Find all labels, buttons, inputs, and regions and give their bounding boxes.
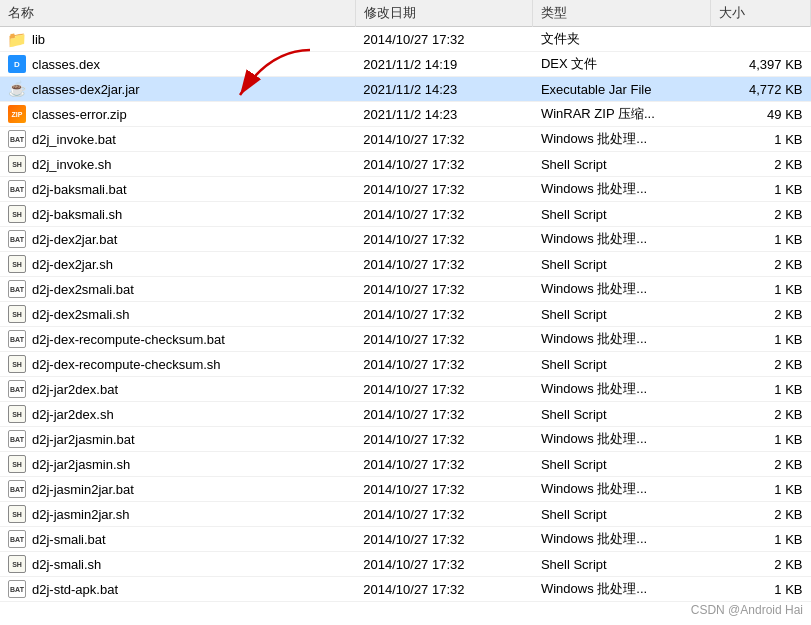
file-name: d2j-smali.bat xyxy=(32,532,106,547)
file-name: d2j-dex2smali.bat xyxy=(32,282,134,297)
file-type: Windows 批处理... xyxy=(533,327,711,352)
table-row[interactable]: 📁 lib 2014/10/27 17:32 文件夹 xyxy=(0,27,811,52)
file-name-cell[interactable]: D classes.dex xyxy=(0,52,355,77)
bat-icon: BAT xyxy=(8,330,26,348)
file-size: 2 KB xyxy=(711,452,811,477)
file-name: d2j-dex2smali.sh xyxy=(32,307,130,322)
file-size: 1 KB xyxy=(711,377,811,402)
file-name-cell[interactable]: BAT d2j-dex-recompute-checksum.bat xyxy=(0,327,355,352)
table-row[interactable]: BAT d2j_invoke.bat 2014/10/27 17:32 Wind… xyxy=(0,127,811,152)
file-name-cell[interactable]: SH d2j_invoke.sh xyxy=(0,152,355,177)
file-name: d2j-dex-recompute-checksum.sh xyxy=(32,357,221,372)
file-name-cell[interactable]: SH d2j-dex-recompute-checksum.sh xyxy=(0,352,355,377)
file-name-cell[interactable]: SH d2j-smali.sh xyxy=(0,552,355,577)
file-size: 1 KB xyxy=(711,127,811,152)
file-name-cell[interactable]: 📁 lib xyxy=(0,27,355,52)
file-name-cell[interactable]: SH d2j-baksmali.sh xyxy=(0,202,355,227)
file-type: Shell Script xyxy=(533,202,711,227)
file-size: 2 KB xyxy=(711,552,811,577)
bat-icon: BAT xyxy=(8,430,26,448)
file-size: 1 KB xyxy=(711,577,811,602)
file-name-cell[interactable]: BAT d2j-dex2jar.bat xyxy=(0,227,355,252)
file-name: d2j-jar2dex.bat xyxy=(32,382,118,397)
file-size: 2 KB xyxy=(711,152,811,177)
file-name-cell[interactable]: BAT d2j-dex2smali.bat xyxy=(0,277,355,302)
file-date: 2014/10/27 17:32 xyxy=(355,277,533,302)
file-date: 2014/10/27 17:32 xyxy=(355,327,533,352)
file-name-cell[interactable]: BAT d2j-jar2jasmin.bat xyxy=(0,427,355,452)
file-name-cell[interactable]: BAT d2j_invoke.bat xyxy=(0,127,355,152)
table-row[interactable]: SH d2j-dex-recompute-checksum.sh 2014/10… xyxy=(0,352,811,377)
file-name-cell[interactable]: SH d2j-dex2jar.sh xyxy=(0,252,355,277)
bat-icon: BAT xyxy=(8,380,26,398)
table-row[interactable]: BAT d2j-smali.bat 2014/10/27 17:32 Windo… xyxy=(0,527,811,552)
file-name: d2j-jasmin2jar.sh xyxy=(32,507,130,522)
file-date: 2014/10/27 17:32 xyxy=(355,27,533,52)
file-name-cell[interactable]: BAT d2j-std-apk.bat xyxy=(0,577,355,602)
file-type: Shell Script xyxy=(533,452,711,477)
file-type: Shell Script xyxy=(533,302,711,327)
table-row[interactable]: SH d2j-jar2jasmin.sh 2014/10/27 17:32 Sh… xyxy=(0,452,811,477)
table-row[interactable]: ZIP classes-error.zip 2021/11/2 14:23 Wi… xyxy=(0,102,811,127)
col-header-date[interactable]: 修改日期 xyxy=(355,0,533,27)
file-size: 1 KB xyxy=(711,427,811,452)
file-name-cell[interactable]: ZIP classes-error.zip xyxy=(0,102,355,127)
table-row[interactable]: BAT d2j-dex-recompute-checksum.bat 2014/… xyxy=(0,327,811,352)
file-type: Windows 批处理... xyxy=(533,377,711,402)
bat-icon: BAT xyxy=(8,130,26,148)
file-type: Windows 批处理... xyxy=(533,427,711,452)
file-date: 2014/10/27 17:32 xyxy=(355,427,533,452)
file-name-cell[interactable]: BAT d2j-baksmali.bat xyxy=(0,177,355,202)
file-type: Executable Jar File xyxy=(533,77,711,102)
table-row[interactable]: ☕ classes-dex2jar.jar 2021/11/2 14:23 Ex… xyxy=(0,77,811,102)
file-name-cell[interactable]: BAT d2j-jasmin2jar.bat xyxy=(0,477,355,502)
sh-icon: SH xyxy=(8,405,26,423)
file-size: 1 KB xyxy=(711,327,811,352)
file-date: 2014/10/27 17:32 xyxy=(355,552,533,577)
table-row[interactable]: SH d2j_invoke.sh 2014/10/27 17:32 Shell … xyxy=(0,152,811,177)
file-name-cell[interactable]: BAT d2j-smali.bat xyxy=(0,527,355,552)
file-name-cell[interactable]: BAT d2j-jar2dex.bat xyxy=(0,377,355,402)
table-row[interactable]: SH d2j-baksmali.sh 2014/10/27 17:32 Shel… xyxy=(0,202,811,227)
file-name: d2j-dex-recompute-checksum.bat xyxy=(32,332,225,347)
col-header-name[interactable]: 名称 xyxy=(0,0,355,27)
file-name: d2j-jar2jasmin.bat xyxy=(32,432,135,447)
file-name-cell[interactable]: SH d2j-jasmin2jar.sh xyxy=(0,502,355,527)
file-date: 2014/10/27 17:32 xyxy=(355,152,533,177)
bat-icon: BAT xyxy=(8,180,26,198)
table-row[interactable]: SH d2j-smali.sh 2014/10/27 17:32 Shell S… xyxy=(0,552,811,577)
file-name-cell[interactable]: SH d2j-jar2jasmin.sh xyxy=(0,452,355,477)
file-date: 2021/11/2 14:23 xyxy=(355,102,533,127)
table-row[interactable]: SH d2j-jar2dex.sh 2014/10/27 17:32 Shell… xyxy=(0,402,811,427)
sh-icon: SH xyxy=(8,455,26,473)
folder-icon: 📁 xyxy=(8,30,26,48)
file-type: Shell Script xyxy=(533,552,711,577)
file-name-cell[interactable]: SH d2j-dex2smali.sh xyxy=(0,302,355,327)
table-row[interactable]: SH d2j-jasmin2jar.sh 2014/10/27 17:32 Sh… xyxy=(0,502,811,527)
table-row[interactable]: BAT d2j-jar2dex.bat 2014/10/27 17:32 Win… xyxy=(0,377,811,402)
file-name-cell[interactable]: SH d2j-jar2dex.sh xyxy=(0,402,355,427)
file-size: 2 KB xyxy=(711,252,811,277)
table-row[interactable]: SH d2j-dex2smali.sh 2014/10/27 17:32 She… xyxy=(0,302,811,327)
file-size: 2 KB xyxy=(711,202,811,227)
file-name: classes-dex2jar.jar xyxy=(32,82,140,97)
file-type: Shell Script xyxy=(533,402,711,427)
table-row[interactable]: BAT d2j-std-apk.bat 2014/10/27 17:32 Win… xyxy=(0,577,811,602)
col-header-type[interactable]: 类型 xyxy=(533,0,711,27)
table-row[interactable]: BAT d2j-jar2jasmin.bat 2014/10/27 17:32 … xyxy=(0,427,811,452)
file-name: d2j-dex2jar.bat xyxy=(32,232,117,247)
col-header-size[interactable]: 大小 xyxy=(711,0,811,27)
file-date: 2014/10/27 17:32 xyxy=(355,477,533,502)
table-row[interactable]: SH d2j-dex2jar.sh 2014/10/27 17:32 Shell… xyxy=(0,252,811,277)
file-size: 4,397 KB xyxy=(711,52,811,77)
table-row[interactable]: BAT d2j-dex2jar.bat 2014/10/27 17:32 Win… xyxy=(0,227,811,252)
file-type: Shell Script xyxy=(533,252,711,277)
file-date: 2021/11/2 14:23 xyxy=(355,77,533,102)
table-row[interactable]: D classes.dex 2021/11/2 14:19 DEX 文件 4,3… xyxy=(0,52,811,77)
file-type: Windows 批处理... xyxy=(533,577,711,602)
table-row[interactable]: BAT d2j-jasmin2jar.bat 2014/10/27 17:32 … xyxy=(0,477,811,502)
file-size: 49 KB xyxy=(711,102,811,127)
table-row[interactable]: BAT d2j-dex2smali.bat 2014/10/27 17:32 W… xyxy=(0,277,811,302)
file-name-cell[interactable]: ☕ classes-dex2jar.jar xyxy=(0,77,355,102)
table-row[interactable]: BAT d2j-baksmali.bat 2014/10/27 17:32 Wi… xyxy=(0,177,811,202)
